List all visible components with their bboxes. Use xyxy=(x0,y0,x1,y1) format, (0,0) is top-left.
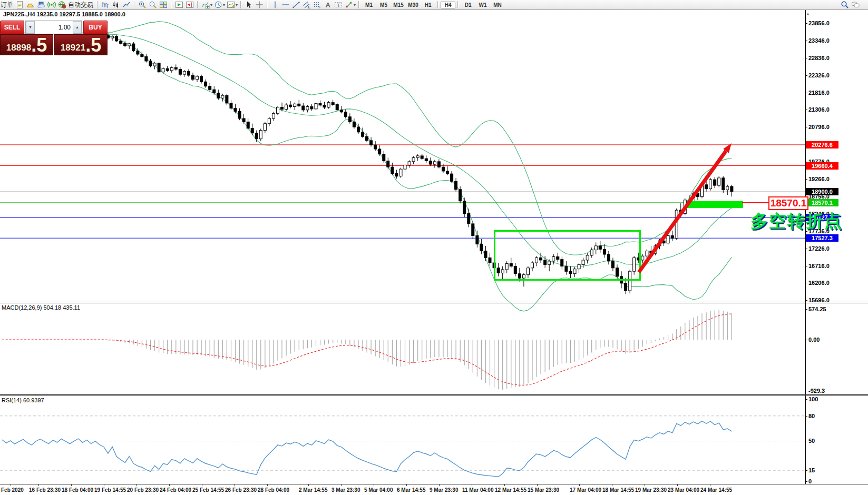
document-icon[interactable] xyxy=(16,1,24,9)
toolbar-separator xyxy=(437,1,438,8)
price-axis-tick xyxy=(805,179,807,180)
time-axis-label: Feb 2020 xyxy=(1,487,24,493)
trendline-icon[interactable] xyxy=(292,1,300,9)
chart-canvas[interactable] xyxy=(0,0,868,495)
periods-icon[interactable] xyxy=(214,1,222,9)
zoom-out-icon[interactable] xyxy=(149,1,157,9)
macd-label: MACD(12,26,9) 504.18 435.11 xyxy=(2,304,80,311)
timeframe-w1[interactable]: W1 xyxy=(475,2,490,8)
zoom-in-icon[interactable] xyxy=(138,1,147,9)
time-axis-tick xyxy=(710,484,710,486)
consolidation-box-annotation[interactable] xyxy=(494,230,641,281)
rsi-axis-label: 100 xyxy=(808,396,818,402)
timeframe-h4[interactable]: H4 xyxy=(441,2,455,8)
text-icon[interactable]: A xyxy=(324,1,332,9)
line-chart-icon[interactable] xyxy=(122,1,131,9)
buy-price-main: 18921 xyxy=(61,43,85,52)
auto-scroll-icon[interactable] xyxy=(175,1,183,9)
sell-price-display[interactable]: 18898.5 xyxy=(0,34,53,55)
price-axis-label: 16206.0 xyxy=(808,280,830,286)
price-axis-tick xyxy=(805,127,807,127)
time-axis-tick xyxy=(612,484,612,486)
text-label-icon[interactable]: T xyxy=(334,1,343,9)
price-axis-label: 21816.0 xyxy=(808,90,830,96)
autotrade-label[interactable]: 自动交易 xyxy=(68,1,93,9)
equidistant-channel-icon[interactable]: E xyxy=(303,1,311,9)
price-axis-label: 22326.0 xyxy=(808,72,830,78)
vertical-line-icon[interactable] xyxy=(271,1,279,9)
chevron-down-icon[interactable]: ▾ xyxy=(223,3,225,7)
chevron-down-icon[interactable]: ▾ xyxy=(354,3,356,7)
sell-button[interactable]: SELL xyxy=(0,21,24,34)
new-order-label[interactable]: 订单 xyxy=(1,1,13,9)
price-axis-tick xyxy=(805,231,807,232)
gold-icon[interactable] xyxy=(26,1,35,9)
horizontal-line-icon[interactable] xyxy=(281,1,290,9)
timeframe-d1[interactable]: D1 xyxy=(461,2,475,8)
buy-price-fraction: .5 xyxy=(85,37,101,54)
time-axis-label: 20 Feb 23:30 xyxy=(127,487,159,493)
arrows-icon[interactable] xyxy=(345,1,353,9)
macd-panel-separator[interactable] xyxy=(0,302,868,302)
candlestick-chart-icon[interactable] xyxy=(112,1,120,9)
axis-scroll-up-icon[interactable]: ▲ xyxy=(806,12,810,16)
time-axis-separator xyxy=(0,484,868,484)
signal-icon[interactable] xyxy=(47,1,56,9)
main-toolbar: 订单 自动交易 ▾▾▾EFAT▾ M1M5M15M30H1H4D1W1MN xyxy=(0,0,868,10)
rsi-panel-separator[interactable] xyxy=(0,394,868,395)
price-callout-connector xyxy=(742,202,768,203)
chevron-down-icon[interactable]: ▾ xyxy=(210,3,212,7)
search-icon[interactable] xyxy=(841,1,849,9)
tile-windows-icon[interactable] xyxy=(159,1,168,9)
crosshair-icon[interactable] xyxy=(255,1,264,9)
time-axis-label: 18 Mar 14:55 xyxy=(602,487,634,493)
chevron-down-icon[interactable]: ▾ xyxy=(236,3,238,7)
cursor-icon[interactable] xyxy=(245,1,253,9)
timeframe-m5[interactable]: M5 xyxy=(376,2,391,8)
support-zone-bar-annotation[interactable] xyxy=(687,201,743,208)
time-axis-tick xyxy=(38,484,39,486)
price-tag: 17527.3 xyxy=(806,234,838,242)
timeframe-bar: M1M5M15M30H1H4D1W1MN xyxy=(362,1,505,8)
price-axis-label: 16716.0 xyxy=(808,263,830,269)
rsi-axis-label: 50 xyxy=(808,438,815,444)
price-axis-label: 19266.0 xyxy=(808,176,830,182)
turning-point-annotation[interactable]: 多空转折点 xyxy=(750,212,843,231)
buy-button[interactable]: BUY xyxy=(83,21,108,34)
fibonacci-icon[interactable]: F xyxy=(313,1,321,9)
time-axis-label: 19 Mar 23:30 xyxy=(635,487,667,493)
chat-icon[interactable] xyxy=(851,1,860,9)
timeframe-mn[interactable]: MN xyxy=(490,2,505,8)
rsi-line xyxy=(2,421,732,477)
time-axis-tick xyxy=(169,484,170,486)
chart-shift-icon[interactable] xyxy=(186,1,194,9)
volume-decrease-button[interactable]: ▼ xyxy=(26,21,35,34)
globe-icon[interactable] xyxy=(58,1,66,9)
volume-input[interactable]: 1.00 xyxy=(35,21,73,34)
time-axis-label: 25 Feb 14:55 xyxy=(192,487,224,493)
time-axis-label: 15 Mar 23:30 xyxy=(528,487,559,493)
buy-price-display[interactable]: 18921.5 xyxy=(54,34,108,55)
timeframe-m15[interactable]: M15 xyxy=(391,2,406,8)
timeframe-m30[interactable]: M30 xyxy=(406,2,421,8)
time-axis-tick xyxy=(579,484,580,486)
cloud-icon[interactable] xyxy=(37,1,45,9)
sell-price-fraction: .5 xyxy=(31,37,47,54)
indicators-icon[interactable] xyxy=(201,1,210,9)
timeframe-h1[interactable]: H1 xyxy=(421,2,435,8)
time-axis-label: 18 Feb 04:00 xyxy=(62,487,93,493)
volume-increase-button[interactable]: ▲ xyxy=(73,21,82,34)
time-axis-tick xyxy=(374,484,374,486)
time-axis-label: 24 Mar 14:55 xyxy=(700,487,732,493)
macd-panel-separator-2 xyxy=(0,303,868,303)
macd-axis-label: -929.3 xyxy=(808,388,825,394)
macd-axis-tick xyxy=(805,391,807,391)
timeframe-m1[interactable]: M1 xyxy=(362,2,376,8)
price-tag: 18570.1 xyxy=(806,199,838,206)
price-callout-box[interactable]: 18570.1 xyxy=(768,196,808,210)
time-axis-label: 23 Mar 04:00 xyxy=(668,487,699,493)
price-axis-label: 22836.0 xyxy=(808,55,830,61)
price-axis-tick xyxy=(805,110,807,110)
templates-icon[interactable] xyxy=(227,1,235,9)
bar-chart-icon[interactable] xyxy=(101,1,110,9)
